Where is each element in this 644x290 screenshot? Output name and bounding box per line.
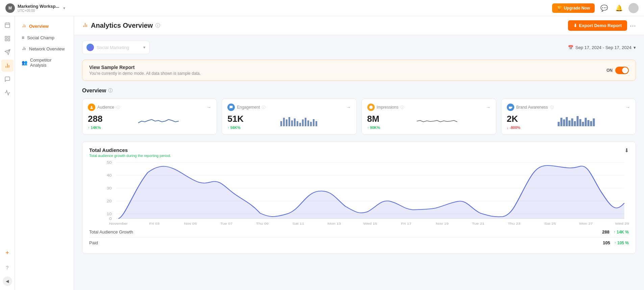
date-range-picker[interactable]: 📅 Sep 17, 2024 - Sep 17, 2024 ▾ [568,45,636,50]
svg-text:Sat 11: Sat 11 [293,222,304,225]
svg-rect-54 [588,120,590,126]
svg-rect-0 [5,23,10,28]
svg-rect-44 [561,118,563,126]
upgrade-button[interactable]: 🏆 Upgrade Now [552,3,595,13]
toggle-switch[interactable] [615,67,629,74]
competitor-icon: 👥 [22,60,27,65]
svg-rect-4 [5,36,7,38]
sidebar-icon-send[interactable] [1,46,14,58]
more-options-button[interactable]: ⋯ [630,22,636,29]
engagement-arrow-icon[interactable]: → [346,105,351,110]
collapse-button[interactable]: ◀ [3,276,12,286]
engagement-icon [227,104,235,111]
svg-rect-36 [316,121,317,126]
workspace-chevron-icon[interactable]: ▾ [63,6,65,10]
svg-text:20: 20 [107,199,112,203]
demo-banner-title: View Sample Report [89,65,201,70]
overview-nav-icon [22,23,26,29]
help-circle-icon[interactable]: ⓘ [155,23,160,29]
trophy-icon: 🏆 [557,6,562,10]
impressions-arrow-icon[interactable]: → [486,105,491,110]
brand-card-title: Brand Awareness [516,105,548,110]
svg-rect-51 [579,119,581,126]
chart-download-icon[interactable]: ⬇ [624,147,629,154]
audience-title-row: Audience ⓘ [88,104,120,111]
svg-text:Fri 17: Fri 17 [401,222,412,225]
svg-text:Nov 19: Nov 19 [436,222,449,225]
content-area: Analytics Overview ⓘ ⬇ Export Demo Repor… [74,16,644,290]
svg-text:0: 0 [109,217,112,221]
export-button[interactable]: ⬇ Export Demo Report [568,20,627,31]
svg-text:Sat 25: Sat 25 [544,222,556,225]
sidebar-bottom: + ? ◀ [1,247,14,286]
sidebar-icon-plus[interactable]: + [1,247,14,259]
impressions-info-icon[interactable]: ⓘ [400,105,404,110]
sidebar-icon-calendar[interactable] [1,19,14,31]
sidebar-icon-grid[interactable] [1,32,14,45]
header-left: Analytics Overview ⓘ [82,22,160,29]
svg-rect-55 [590,121,592,126]
filter-bar: Social Marketing ▾ 📅 Sep 17, 2024 - Sep … [82,41,636,54]
avatar[interactable] [628,3,639,13]
audience-change: ↑ 14K% [88,126,102,130]
audience-value-section: 288 ↑ 14K% [88,114,102,130]
bell-icon[interactable]: 🔔 [614,3,624,14]
stat-change-paid: ↑ 105 % [614,241,629,245]
svg-rect-52 [582,122,584,126]
sidebar-item-competitor-analysis[interactable]: 👥 Competitor Analysis [17,55,72,70]
svg-rect-47 [569,120,571,126]
impressions-change: ↑ 90K% [367,126,380,130]
content-body: Social Marketing ▾ 📅 Sep 17, 2024 - Sep … [74,35,644,290]
audience-info-icon[interactable]: ⓘ [116,105,120,110]
svg-text:Fri 03: Fri 03 [149,222,160,225]
profile-dropdown[interactable]: Social Marketing ▾ [82,41,150,54]
sidebar-icon-comment[interactable] [1,73,14,85]
chart-subtitle: Total audience growth during the reporti… [89,154,171,158]
engagement-card: Engagement ⓘ → 51K ↑ 56K% [222,98,356,135]
svg-rect-24 [283,118,285,126]
impressions-title-row: Impressions ⓘ [367,104,404,111]
workspace-timezone: UTC+05:00 [18,9,59,13]
engagement-info-icon[interactable]: ⓘ [262,105,266,110]
topbar: M Marketing Worksp... UTC+05:00 ▾ 🏆 Upgr… [0,0,644,16]
toggle-knob [622,67,628,73]
sidebar-icon-analytics[interactable] [1,60,14,72]
chart-svg-wrapper: 50 40 30 20 10 0 November Fri 03 Nov [89,159,629,227]
svg-rect-30 [299,123,301,126]
svg-text:Tue 07: Tue 07 [220,222,233,225]
icon-sidebar: + ? ◀ [0,16,15,290]
svg-rect-23 [280,121,282,126]
demo-toggle[interactable]: ON [606,67,629,74]
overview-title-text: Overview [82,88,106,94]
overview-nav-label: Overview [29,24,49,29]
sidebar-item-overview[interactable]: Overview [17,21,72,32]
svg-rect-53 [585,118,587,126]
svg-rect-26 [289,117,290,126]
brand-arrow-icon[interactable]: → [625,105,630,110]
sidebar-icon-bars[interactable] [1,87,14,99]
svg-rect-27 [291,120,293,126]
brand-info-icon[interactable]: ⓘ [550,105,554,110]
analytics-chart-icon [82,22,88,29]
stat-name-total: Total Audience Growth [89,229,133,235]
impressions-value: 8M [367,114,380,124]
overview-cards: Audience ⓘ → 288 ↑ 14K% [82,98,636,135]
sidebar-item-network-overview[interactable]: Network Overview [17,43,72,54]
svg-rect-32 [305,118,306,126]
audience-arrow-icon[interactable]: → [206,105,211,110]
competitor-analysis-label: Competitor Analysis [30,58,67,68]
date-chevron-icon: ▾ [634,45,636,50]
svg-rect-28 [294,118,296,126]
message-icon[interactable]: 💬 [599,3,610,14]
demo-banner: View Sample Report You're currently in d… [82,60,636,81]
sidebar-item-social-champ[interactable]: ≡ Social Champ [17,32,72,43]
overview-info-icon[interactable]: ⓘ [108,88,113,94]
svg-rect-35 [313,119,315,126]
stat-values-paid: 105 ↑ 105 % [603,240,629,245]
svg-rect-48 [571,118,573,126]
brand-sparkline [524,114,630,129]
sidebar-icon-help[interactable]: ? [1,262,14,274]
audience-sparkline [106,114,211,129]
impressions-value-section: 8M ↑ 90K% [367,114,380,130]
svg-rect-5 [8,36,9,38]
